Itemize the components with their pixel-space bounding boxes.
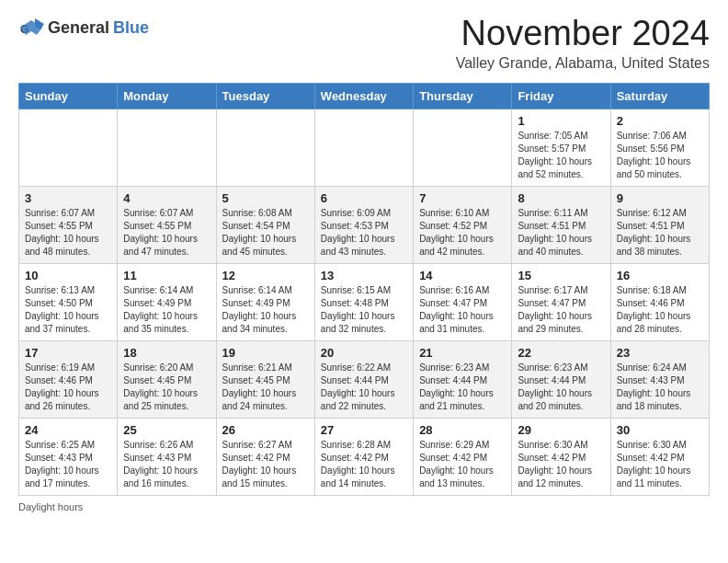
day-number: 28 — [419, 423, 506, 437]
calendar-cell: 29Sunrise: 6:30 AM Sunset: 4:42 PM Dayli… — [512, 418, 610, 495]
logo-icon: G — [18, 15, 44, 40]
day-number: 6 — [321, 191, 407, 205]
calendar-cell: 17Sunrise: 6:19 AM Sunset: 4:46 PM Dayli… — [19, 340, 118, 418]
day-number: 9 — [617, 191, 703, 205]
day-info: Sunrise: 7:05 AM Sunset: 5:57 PM Dayligh… — [518, 130, 604, 181]
calendar-cell: 13Sunrise: 6:15 AM Sunset: 4:48 PM Dayli… — [314, 263, 413, 340]
calendar-day-header: Sunday — [19, 83, 118, 109]
day-info: Sunrise: 6:07 AM Sunset: 4:55 PM Dayligh… — [25, 207, 111, 259]
calendar-cell: 9Sunrise: 6:12 AM Sunset: 4:51 PM Daylig… — [610, 186, 709, 263]
day-number: 25 — [123, 423, 210, 437]
calendar-week-row: 1Sunrise: 7:05 AM Sunset: 5:57 PM Daylig… — [19, 109, 710, 186]
day-number: 15 — [518, 269, 604, 282]
calendar-header-row: SundayMondayTuesdayWednesdayThursdayFrid… — [19, 83, 710, 109]
calendar-cell: 5Sunrise: 6:08 AM Sunset: 4:54 PM Daylig… — [216, 186, 314, 263]
calendar-day-header: Saturday — [610, 83, 709, 109]
calendar-cell: 21Sunrise: 6:23 AM Sunset: 4:44 PM Dayli… — [414, 340, 512, 418]
day-info: Sunrise: 6:14 AM Sunset: 4:49 PM Dayligh… — [222, 284, 309, 336]
calendar-day-header: Wednesday — [314, 83, 413, 109]
calendar-cell: 10Sunrise: 6:13 AM Sunset: 4:50 PM Dayli… — [19, 263, 118, 340]
calendar-cell — [216, 109, 314, 186]
day-info: Sunrise: 6:16 AM Sunset: 4:47 PM Dayligh… — [419, 284, 506, 336]
calendar-cell: 11Sunrise: 6:14 AM Sunset: 4:49 PM Dayli… — [118, 263, 216, 340]
day-number: 21 — [419, 346, 506, 360]
calendar-cell: 19Sunrise: 6:21 AM Sunset: 4:45 PM Dayli… — [216, 340, 314, 418]
logo-wrapper: G GeneralBlue — [18, 15, 149, 40]
day-number: 23 — [617, 346, 703, 360]
day-info: Sunrise: 6:24 AM Sunset: 4:43 PM Dayligh… — [617, 362, 703, 413]
calendar-table: SundayMondayTuesdayWednesdayThursdayFrid… — [18, 83, 710, 496]
calendar-cell: 18Sunrise: 6:20 AM Sunset: 4:45 PM Dayli… — [118, 340, 216, 418]
day-number: 17 — [25, 346, 111, 360]
day-number: 29 — [518, 423, 604, 437]
calendar-day-header: Friday — [512, 83, 610, 109]
day-info: Sunrise: 6:10 AM Sunset: 4:52 PM Dayligh… — [419, 207, 506, 259]
day-info: Sunrise: 6:17 AM Sunset: 4:47 PM Dayligh… — [518, 284, 604, 336]
day-info: Sunrise: 6:07 AM Sunset: 4:55 PM Dayligh… — [123, 207, 210, 259]
calendar-cell: 24Sunrise: 6:25 AM Sunset: 4:43 PM Dayli… — [19, 418, 118, 495]
day-info: Sunrise: 6:30 AM Sunset: 4:42 PM Dayligh… — [617, 439, 703, 490]
day-info: Sunrise: 6:22 AM Sunset: 4:44 PM Dayligh… — [321, 362, 407, 413]
day-info: Sunrise: 6:18 AM Sunset: 4:46 PM Dayligh… — [617, 284, 703, 336]
day-info: Sunrise: 6:27 AM Sunset: 4:42 PM Dayligh… — [222, 439, 309, 490]
calendar-cell: 3Sunrise: 6:07 AM Sunset: 4:55 PM Daylig… — [19, 186, 118, 263]
calendar-cell: 8Sunrise: 6:11 AM Sunset: 4:51 PM Daylig… — [512, 186, 610, 263]
day-info: Sunrise: 7:06 AM Sunset: 5:56 PM Dayligh… — [617, 130, 703, 181]
day-info: Sunrise: 6:15 AM Sunset: 4:48 PM Dayligh… — [321, 284, 407, 336]
month-title: November 2024 — [456, 15, 710, 53]
day-info: Sunrise: 6:25 AM Sunset: 4:43 PM Dayligh… — [25, 439, 111, 490]
day-number: 5 — [222, 191, 309, 205]
day-info: Sunrise: 6:29 AM Sunset: 4:42 PM Dayligh… — [419, 439, 506, 490]
day-number: 13 — [321, 269, 407, 282]
calendar-cell: 1Sunrise: 7:05 AM Sunset: 5:57 PM Daylig… — [512, 109, 610, 186]
calendar-cell — [19, 109, 118, 186]
calendar-cell: 30Sunrise: 6:30 AM Sunset: 4:42 PM Dayli… — [610, 418, 709, 495]
day-number: 10 — [25, 269, 111, 282]
calendar-cell — [314, 109, 413, 186]
footer-note: Daylight hours — [18, 501, 710, 512]
day-info: Sunrise: 6:30 AM Sunset: 4:42 PM Dayligh… — [518, 439, 604, 490]
calendar-week-row: 3Sunrise: 6:07 AM Sunset: 4:55 PM Daylig… — [19, 186, 710, 263]
calendar-cell: 12Sunrise: 6:14 AM Sunset: 4:49 PM Dayli… — [216, 263, 314, 340]
calendar-cell: 2Sunrise: 7:06 AM Sunset: 5:56 PM Daylig… — [610, 109, 709, 186]
header: G GeneralBlue November 2024 Valley Grand… — [18, 15, 710, 72]
day-number: 14 — [419, 269, 506, 282]
day-info: Sunrise: 6:19 AM Sunset: 4:46 PM Dayligh… — [25, 362, 111, 413]
day-number: 8 — [518, 191, 604, 205]
day-info: Sunrise: 6:28 AM Sunset: 4:42 PM Dayligh… — [321, 439, 407, 490]
day-info: Sunrise: 6:23 AM Sunset: 4:44 PM Dayligh… — [518, 362, 604, 413]
day-number: 7 — [419, 191, 506, 205]
logo-blue: Blue — [113, 18, 149, 38]
day-info: Sunrise: 6:08 AM Sunset: 4:54 PM Dayligh… — [222, 207, 309, 259]
day-info: Sunrise: 6:11 AM Sunset: 4:51 PM Dayligh… — [518, 207, 604, 259]
day-number: 16 — [617, 269, 703, 282]
calendar-day-header: Monday — [118, 83, 216, 109]
day-number: 3 — [25, 191, 111, 205]
calendar-cell: 14Sunrise: 6:16 AM Sunset: 4:47 PM Dayli… — [414, 263, 512, 340]
day-number: 30 — [617, 423, 703, 437]
page-wrapper: G GeneralBlue November 2024 Valley Grand… — [18, 15, 710, 512]
day-number: 12 — [222, 269, 309, 282]
day-number: 26 — [222, 423, 309, 437]
calendar-cell: 20Sunrise: 6:22 AM Sunset: 4:44 PM Dayli… — [314, 340, 413, 418]
calendar-day-header: Tuesday — [216, 83, 314, 109]
location-title: Valley Grande, Alabama, United States — [456, 55, 710, 72]
day-number: 27 — [321, 423, 407, 437]
calendar-cell: 27Sunrise: 6:28 AM Sunset: 4:42 PM Dayli… — [314, 418, 413, 495]
day-info: Sunrise: 6:12 AM Sunset: 4:51 PM Dayligh… — [617, 207, 703, 259]
day-info: Sunrise: 6:09 AM Sunset: 4:53 PM Dayligh… — [321, 207, 407, 259]
calendar-week-row: 10Sunrise: 6:13 AM Sunset: 4:50 PM Dayli… — [19, 263, 710, 340]
calendar-cell: 6Sunrise: 6:09 AM Sunset: 4:53 PM Daylig… — [314, 186, 413, 263]
calendar-week-row: 24Sunrise: 6:25 AM Sunset: 4:43 PM Dayli… — [19, 418, 710, 495]
day-number: 19 — [222, 346, 309, 360]
day-info: Sunrise: 6:26 AM Sunset: 4:43 PM Dayligh… — [123, 439, 210, 490]
day-number: 22 — [518, 346, 604, 360]
calendar-cell — [118, 109, 216, 186]
day-number: 1 — [518, 114, 604, 128]
day-number: 2 — [617, 114, 703, 128]
logo-general: General — [48, 18, 109, 38]
day-info: Sunrise: 6:21 AM Sunset: 4:45 PM Dayligh… — [222, 362, 309, 413]
day-number: 18 — [123, 346, 210, 360]
logo: G GeneralBlue — [18, 15, 149, 40]
day-info: Sunrise: 6:13 AM Sunset: 4:50 PM Dayligh… — [25, 284, 111, 336]
